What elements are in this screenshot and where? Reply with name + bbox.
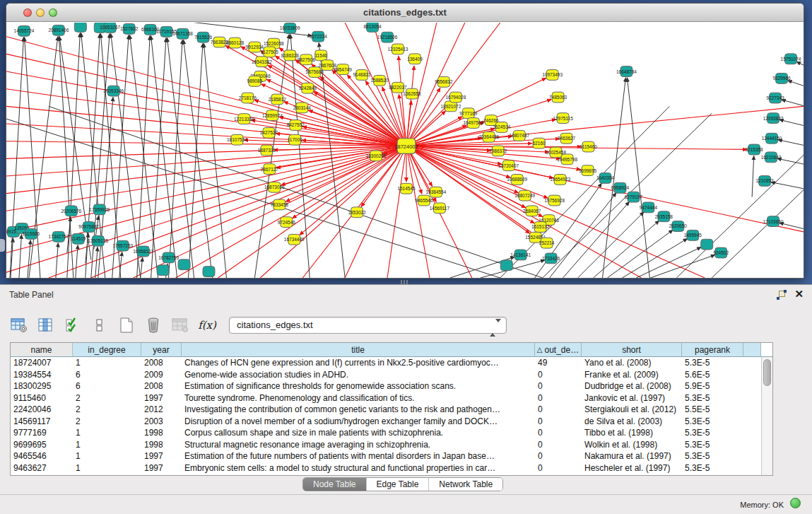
table-cell[interactable]: Genome-wide association studies in ADHD. <box>182 369 535 381</box>
table-cell[interactable]: 2008 <box>141 380 182 392</box>
table-row[interactable]: 977716911998Corpus callosum shape and si… <box>11 427 772 439</box>
table-cell[interactable]: 6 <box>73 380 141 392</box>
table-cell[interactable]: Embryonic stem cells: a model to study s… <box>182 462 535 474</box>
column-header-in_degree[interactable]: in_degree <box>73 343 141 356</box>
table-cell[interactable]: 1997 <box>141 392 182 404</box>
table-row[interactable]: 2242004622012Investigating the contribut… <box>11 404 772 416</box>
table-cell[interactable]: Wolkin et al. (1998) <box>582 439 682 451</box>
select-columns-icon[interactable] <box>64 316 82 334</box>
table-cell[interactable]: 1998 <box>141 427 182 439</box>
graph-node[interactable] <box>701 239 713 250</box>
table-cell[interactable]: Nakamura et al. (1997) <box>582 450 682 462</box>
table-cell[interactable]: 2 <box>73 416 141 428</box>
table-cell[interactable]: 5.3E-5 <box>682 416 743 428</box>
table-cell[interactable]: 9115460 <box>11 392 73 404</box>
row-height-icon[interactable] <box>90 316 109 334</box>
table-cell[interactable]: 1 <box>73 357 141 369</box>
table-cell[interactable]: Tourette syndrome. Phenomenology and cla… <box>182 392 535 404</box>
table-row[interactable]: 1938455462009Genome-wide association stu… <box>11 369 772 381</box>
column-header-title[interactable]: title <box>182 343 535 356</box>
table-cell[interactable]: 2 <box>73 404 141 416</box>
table-cell[interactable]: Estimation of the future numbers of pati… <box>182 450 535 462</box>
float-panel-icon[interactable] <box>777 290 787 300</box>
table-cell[interactable]: 22420046 <box>11 404 73 416</box>
table-cell[interactable]: Structural magnetic resonance image aver… <box>182 439 535 451</box>
graph-node[interactable] <box>178 259 190 270</box>
table-cell[interactable]: Tibbo et al. (1998) <box>582 427 682 439</box>
table-cell[interactable]: 5.3E-5 <box>682 439 743 451</box>
table-cell[interactable]: Changes of HCN gene expression and I(f) … <box>182 357 535 369</box>
table-row[interactable]: 946554611997Estimation of the future num… <box>11 450 772 462</box>
table-cell[interactable]: 5.3E-5 <box>682 427 743 439</box>
table-cell[interactable]: 1 <box>73 462 141 474</box>
table-cell[interactable]: 0 <box>535 462 582 474</box>
table-row[interactable]: 1872400712008Changes of HCN gene express… <box>11 357 772 369</box>
graph-node[interactable] <box>74 23 86 32</box>
table-cell[interactable]: 5.3E-5 <box>682 357 743 369</box>
table-cell[interactable]: Yano et al. (2008) <box>582 357 682 369</box>
table-cell[interactable]: 5.3E-5 <box>682 392 743 404</box>
table-cell[interactable]: 9777169 <box>11 427 73 439</box>
table-cell[interactable]: 1 <box>73 439 141 451</box>
create-column-icon[interactable] <box>117 316 136 334</box>
table-cell[interactable]: 5.6E-5 <box>682 369 743 381</box>
citation-network-graph[interactable]: 7663822886012899129341522605891275051654… <box>6 23 804 278</box>
network-window-titlebar[interactable]: citations_edges.txt <box>6 4 804 22</box>
table-cell[interactable]: Disruption of a novel member of a sodium… <box>182 416 535 428</box>
table-cell[interactable]: 0 <box>535 416 582 428</box>
column-header-short[interactable]: short <box>582 343 682 356</box>
delete-column-icon[interactable] <box>144 316 163 334</box>
table-cell[interactable]: 2009 <box>141 369 182 381</box>
tab-node-table[interactable]: Node Table <box>303 478 367 491</box>
column-header-name[interactable]: name <box>11 343 73 356</box>
column-header-year[interactable]: year <box>141 343 182 356</box>
table-cell[interactable]: Estimation of significance thresholds fo… <box>182 380 535 392</box>
table-row[interactable]: 1830029562008Estimation of significance … <box>11 380 772 392</box>
column-header-filler[interactable] <box>743 343 761 356</box>
table-cell[interactable]: 1997 <box>141 462 182 474</box>
table-cell[interactable]: 1998 <box>141 439 182 451</box>
table-cell[interactable]: Corpus callosum shape and size in male p… <box>182 427 535 439</box>
vertical-scrollbar[interactable] <box>761 357 772 475</box>
table-row[interactable]: 911546021997Tourette syndrome. Phenomeno… <box>11 392 772 404</box>
table-cell[interactable]: 9463627 <box>11 462 73 474</box>
table-cell[interactable]: 5.9E-5 <box>682 380 743 392</box>
table-select-dropdown[interactable]: citations_edges.txt <box>229 317 507 334</box>
table-row[interactable]: 946362711997Embryonic stem cells: a mode… <box>11 462 772 474</box>
table-cell[interactable]: 5.5E-5 <box>682 404 743 416</box>
table-cell[interactable]: 0 <box>535 392 582 404</box>
table-cell[interactable]: 0 <box>535 369 582 381</box>
control-panel-collapsed-tab[interactable] <box>0 239 5 252</box>
table-cell[interactable]: 19384554 <box>11 369 73 381</box>
table-cell[interactable]: 0 <box>535 450 582 462</box>
table-cell[interactable]: 5.3E-5 <box>682 462 743 474</box>
table-cell[interactable]: 2012 <box>141 404 182 416</box>
table-row[interactable]: 1456911722003Disruption of a novel membe… <box>11 416 772 428</box>
table-cell[interactable]: 18724007 <box>11 357 73 369</box>
table-cell[interactable]: Dudbridge et al. (2008) <box>582 380 682 392</box>
show-column-icon[interactable] <box>37 316 55 334</box>
table-cell[interactable]: Hescheler et al. (1997) <box>582 462 682 474</box>
column-header-out_de…[interactable]: △out_de… <box>535 343 582 356</box>
table-cell[interactable]: 14569117 <box>11 416 73 428</box>
graph-node[interactable] <box>157 265 169 276</box>
table-cell[interactable]: Franke et al. (2009) <box>582 369 682 381</box>
tab-edge-table[interactable]: Edge Table <box>367 478 430 491</box>
table-cell[interactable]: 0 <box>535 439 582 451</box>
table-cell[interactable]: 0 <box>535 427 582 439</box>
table-cell[interactable]: 1 <box>73 450 141 462</box>
table-cell[interactable]: 18300295 <box>11 380 73 392</box>
table-row[interactable]: 969969511998Structural magnetic resonanc… <box>11 439 772 451</box>
table-cell[interactable]: 0 <box>535 404 582 416</box>
table-cell[interactable]: Investigating the contribution of common… <box>182 404 535 416</box>
graph-node[interactable] <box>203 267 215 277</box>
table-cell[interactable]: de Silva et al. (2003) <box>582 416 682 428</box>
table-cell[interactable]: 2008 <box>141 357 182 369</box>
table-cell[interactable]: 5.3E-5 <box>682 450 743 462</box>
graph-node[interactable] <box>500 260 512 271</box>
table-cell[interactable]: Stergiakouli et al. (2012) <box>582 404 682 416</box>
network-canvas[interactable]: 7663822886012899129341522605891275051654… <box>6 23 804 278</box>
table-cell[interactable]: 1 <box>73 427 141 439</box>
table-cell[interactable]: 1997 <box>141 450 182 462</box>
table-cell[interactable]: 49 <box>535 357 582 369</box>
